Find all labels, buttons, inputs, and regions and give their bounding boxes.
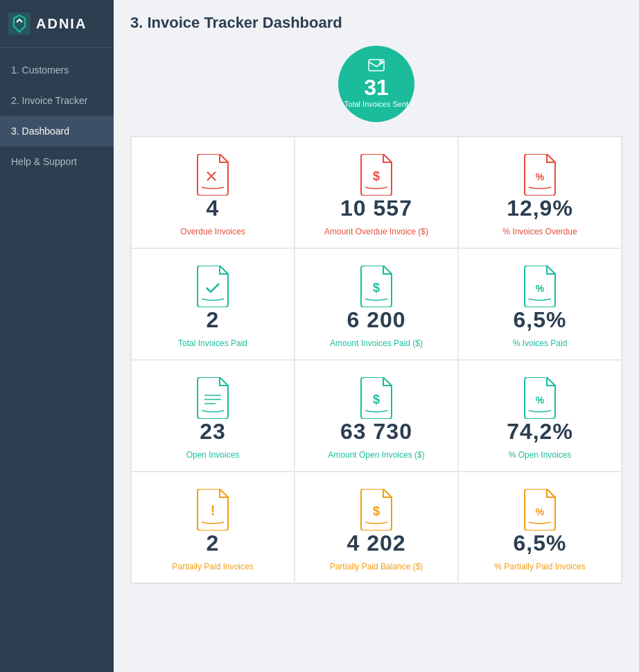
doc-dollar-red-icon: $ [358,154,394,196]
partial-paid-label: Partially Paid Invoices [172,562,253,571]
open-invoices-label: Open Invoices [186,450,240,460]
svg-text:$: $ [373,281,380,295]
doc-excl-icon: ! [195,489,231,531]
doc-x-icon [195,154,231,196]
doc-dollar-teal-icon: $ [358,266,394,307]
logo: ADNIA [0,0,114,48]
metric-card-open-invoices: 23 Open Invoices [131,360,295,472]
overdue-invoices-label: Overdue Invoices [180,227,245,236]
svg-text:!: ! [211,503,216,518]
total-paid-label: Total Invoices Paid [178,338,247,348]
pct-open-label: % Open Invoices [509,450,572,460]
amount-open-value: 63 730 [340,419,412,445]
metric-card-pct-paid: % 6,5% % Ivoices Paid [458,248,622,360]
svg-text:%: % [536,395,545,406]
total-count: 31 [364,76,389,98]
metric-card-pct-partial: % 6,5% % Partially Paid Invoices [458,472,622,583]
sidebar-nav: 1. Customers 2. Invoice Tracker 3. Dashb… [0,48,114,672]
svg-text:%: % [536,171,545,182]
metric-card-pct-overdue: % 12,9% % Invoices Overdue [458,137,622,248]
svg-text:%: % [536,506,545,517]
partial-paid-value: 2 [207,531,220,556]
svg-text:$: $ [373,504,380,518]
svg-text:$: $ [373,169,380,183]
doc-dollar-yellow-icon: $ [358,489,394,531]
metrics-grid: 4 Overdue Invoices $ 10 557 Amount Overd… [130,136,622,584]
amount-overdue-value: 10 557 [340,196,412,221]
pct-partial-value: 6,5% [514,531,567,556]
doc-pct-yellow-icon: % [522,489,558,531]
metric-card-amount-paid: $ 6 200 Amount Invoices Paid ($) [295,248,458,360]
metric-card-partial-balance: $ 4 202 Partially Paid Balance ($) [295,472,458,583]
sidebar: ADNIA 1. Customers 2. Invoice Tracker 3.… [0,0,114,672]
total-invoices-section: 31 Total Invoices Sent [130,46,622,122]
main-content: 3. Invoice Tracker Dashboard 31 Total In… [114,0,639,672]
amount-open-label: Amount Open Invoices ($) [328,450,424,460]
pct-paid-value: 6,5% [514,307,567,333]
envelope-icon [368,59,385,75]
doc-lines-icon [195,377,231,419]
pct-paid-label: % Ivoices Paid [513,338,568,348]
sidebar-item-help[interactable]: Help & Support [0,146,114,177]
pct-partial-label: % Partially Paid Invoices [494,562,585,571]
sidebar-item-invoice-tracker[interactable]: 2. Invoice Tracker [0,85,114,116]
doc-pct-teal-icon: % [522,266,558,307]
svg-text:%: % [536,283,545,294]
open-invoices-value: 23 [200,419,226,445]
total-label: Total Invoices Sent [344,100,408,109]
sidebar-item-dashboard[interactable]: 3. Dashboard [0,116,114,146]
amount-overdue-label: Amount Overdue Invoice ($) [324,227,428,236]
metric-card-pct-open: % 74,2% % Open Invoices [458,360,622,472]
metric-card-overdue-invoices: 4 Overdue Invoices [131,137,295,248]
doc-pct-open-icon: % [522,377,558,419]
metric-card-amount-open: $ 63 730 Amount Open Invoices ($) [295,360,458,472]
overdue-invoices-value: 4 [207,196,220,221]
logo-icon [8,12,30,35]
pct-overdue-value: 12,9% [507,196,573,221]
total-invoices-circle: 31 Total Invoices Sent [338,46,414,122]
doc-pct-red-icon: % [522,154,558,196]
logo-text: ADNIA [36,16,87,32]
partial-balance-label: Partially Paid Balance ($) [330,562,423,571]
total-paid-value: 2 [207,307,220,333]
metric-card-partial-paid: ! 2 Partially Paid Invoices [131,472,295,583]
metric-card-amount-overdue: $ 10 557 Amount Overdue Invoice ($) [295,137,458,248]
partial-balance-value: 4 202 [347,531,405,556]
doc-dollar-open-icon: $ [358,377,394,419]
amount-paid-value: 6 200 [347,307,405,333]
amount-paid-label: Amount Invoices Paid ($) [330,338,423,348]
pct-open-value: 74,2% [507,419,573,445]
metric-card-total-paid: 2 Total Invoices Paid [131,248,295,360]
sidebar-item-customers[interactable]: 1. Customers [0,55,114,85]
pct-overdue-label: % Invoices Overdue [502,227,577,236]
doc-check-icon [195,266,231,307]
svg-text:$: $ [373,393,380,406]
page-title: 3. Invoice Tracker Dashboard [130,14,622,32]
